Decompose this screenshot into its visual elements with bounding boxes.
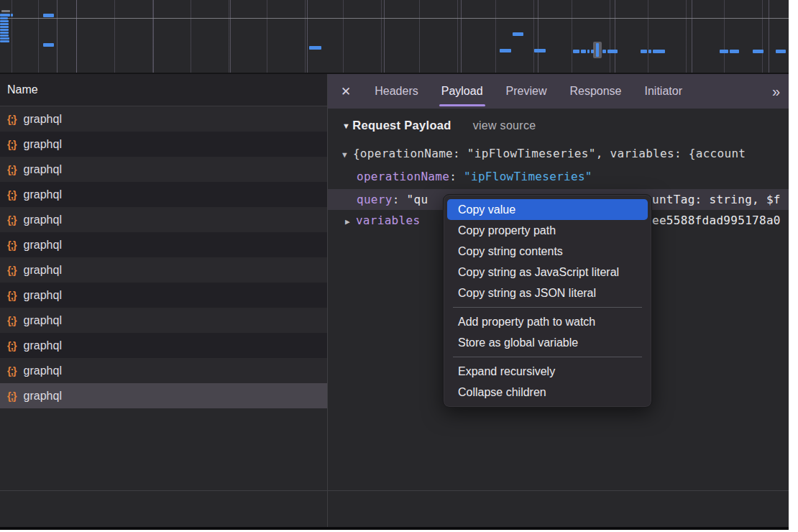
tab-preview[interactable]: Preview	[498, 74, 555, 109]
request-timing-bar	[1, 10, 10, 12]
json-request-icon: {;}	[7, 340, 17, 352]
request-rows: {;}graphql{;}graphql{;}graphql{;}graphql…	[0, 106, 327, 408]
request-timing-bar	[581, 50, 586, 53]
menu-item-copy-property-path[interactable]: Copy property path	[444, 220, 651, 241]
network-request-list: Name {;}graphql{;}graphql{;}graphql{;}gr…	[0, 74, 327, 527]
property-key: variables	[356, 214, 420, 227]
collapsed-triangle-icon[interactable]: ▶	[345, 217, 350, 226]
request-name: graphql	[24, 314, 62, 327]
active-tab-underline	[439, 104, 485, 106]
request-timing-bar	[587, 50, 590, 53]
menu-item-store-as-global-variable[interactable]: Store as global variable	[444, 332, 651, 353]
json-request-icon: {;}	[7, 114, 17, 125]
tab-initiator[interactable]: Initiator	[637, 74, 690, 109]
property-key: operationName	[357, 170, 449, 183]
request-timing-bar	[0, 26, 9, 28]
request-timing-bar	[0, 32, 9, 34]
table-row[interactable]: {;}graphql	[0, 157, 327, 182]
request-timing-bar	[534, 49, 546, 52]
variables-value-right-fragment: ee5588fdad995178a0	[652, 214, 781, 227]
json-request-icon: {;}	[7, 290, 17, 301]
colon: :	[393, 193, 407, 206]
table-row[interactable]: {;}graphql	[0, 283, 327, 308]
table-row[interactable]: {;}graphql	[0, 383, 327, 408]
request-timing-bar	[641, 50, 647, 53]
menu-item-add-property-path-to-watch[interactable]: Add property path to watch	[444, 311, 651, 332]
json-request-icon: {;}	[7, 189, 17, 201]
selected-request-tick	[596, 43, 599, 57]
request-timing-bar	[776, 50, 786, 53]
request-timing-bar	[648, 50, 651, 53]
view-source-link[interactable]: view source	[473, 119, 536, 132]
menu-item-copy-value[interactable]: Copy value	[447, 199, 648, 220]
request-timing-bar	[43, 43, 54, 47]
request-payload-section: ▼ Request Payload view source	[342, 119, 536, 132]
request-name: graphql	[24, 390, 62, 403]
request-timing-bar	[0, 37, 9, 40]
request-timing-bar	[653, 50, 665, 53]
request-timing-bar	[730, 50, 739, 53]
close-icon[interactable]: ✕	[341, 84, 351, 99]
request-name: graphql	[24, 339, 62, 352]
network-overview[interactable]	[0, 0, 789, 74]
json-request-icon: {;}	[7, 390, 17, 402]
request-name: graphql	[24, 239, 62, 252]
table-row[interactable]: {;}graphql	[0, 257, 327, 283]
panel-separator-line	[0, 490, 789, 491]
table-row[interactable]: {;}graphql	[0, 308, 327, 333]
menu-separator	[453, 357, 642, 357]
table-row[interactable]: {;}graphql	[0, 333, 327, 358]
menu-item-collapse-children[interactable]: Collapse children	[444, 382, 651, 403]
json-request-icon: {;}	[7, 265, 17, 276]
operation-name-row[interactable]: operationName: "ipFlowTimeseries"	[357, 170, 592, 183]
request-timing-bar	[0, 23, 9, 25]
query-value-left-fragment: "qu	[407, 193, 428, 206]
payload-root-row[interactable]: ▼{operationName: "ipFlowTimeseries", var…	[342, 147, 746, 160]
table-row[interactable]: {;}graphql	[0, 207, 327, 232]
table-row[interactable]: {;}graphql	[0, 132, 327, 157]
request-timing-bar	[720, 50, 728, 53]
menu-item-copy-string-as-javascript-literal[interactable]: Copy string as JavaScript literal	[444, 262, 651, 283]
panel-resize-divider[interactable]	[327, 74, 328, 527]
more-tabs-icon[interactable]: »	[772, 83, 780, 100]
request-timing-bar	[0, 40, 9, 42]
request-timing-bar	[0, 29, 9, 31]
detail-tab-bar: ✕ HeadersPayloadPreviewResponseInitiator…	[328, 74, 789, 109]
request-timing-bar	[602, 50, 606, 53]
window-bottom-edge	[0, 527, 789, 530]
request-timing-bar	[0, 14, 10, 17]
property-value: "ipFlowTimeseries"	[464, 170, 592, 183]
tab-payload[interactable]: Payload	[434, 74, 491, 109]
json-request-icon: {;}	[7, 365, 17, 377]
column-header-name[interactable]: Name	[0, 74, 327, 106]
menu-item-expand-recursively[interactable]: Expand recursively	[444, 361, 651, 382]
overview-baseline	[0, 18, 789, 19]
section-expand-triangle-icon[interactable]: ▼	[342, 121, 350, 130]
tab-headers[interactable]: Headers	[367, 74, 426, 109]
menu-item-copy-string-as-json-literal[interactable]: Copy string as JSON literal	[444, 283, 651, 303]
request-name: graphql	[24, 188, 62, 201]
query-value-right-fragment: untTag: string, $f	[652, 189, 781, 210]
table-row[interactable]: {;}graphql	[0, 182, 327, 207]
menu-item-copy-string-contents[interactable]: Copy string contents	[444, 241, 651, 262]
request-name: graphql	[24, 113, 62, 126]
table-row[interactable]: {;}graphql	[0, 358, 327, 383]
table-row[interactable]: {;}graphql	[0, 232, 327, 257]
json-request-icon: {;}	[7, 139, 17, 150]
expanded-triangle-icon[interactable]: ▼	[342, 150, 347, 160]
table-row[interactable]: {;}graphql	[0, 106, 327, 132]
request-timing-bar	[43, 14, 54, 17]
property-key: query	[357, 193, 393, 206]
variables-row[interactable]: ▶variables	[345, 214, 420, 227]
request-name: graphql	[24, 138, 62, 151]
tab-response[interactable]: Response	[561, 74, 629, 109]
request-name: graphql	[24, 163, 62, 176]
context-menu: Copy valueCopy property pathCopy string …	[443, 194, 652, 408]
selected-request-marker	[593, 42, 602, 58]
request-timing-bar	[0, 35, 9, 37]
column-header-label: Name	[7, 83, 38, 96]
request-name: graphql	[24, 289, 62, 302]
json-request-icon: {;}	[7, 315, 17, 326]
section-title: Request Payload	[352, 119, 451, 132]
request-name: graphql	[24, 214, 62, 226]
